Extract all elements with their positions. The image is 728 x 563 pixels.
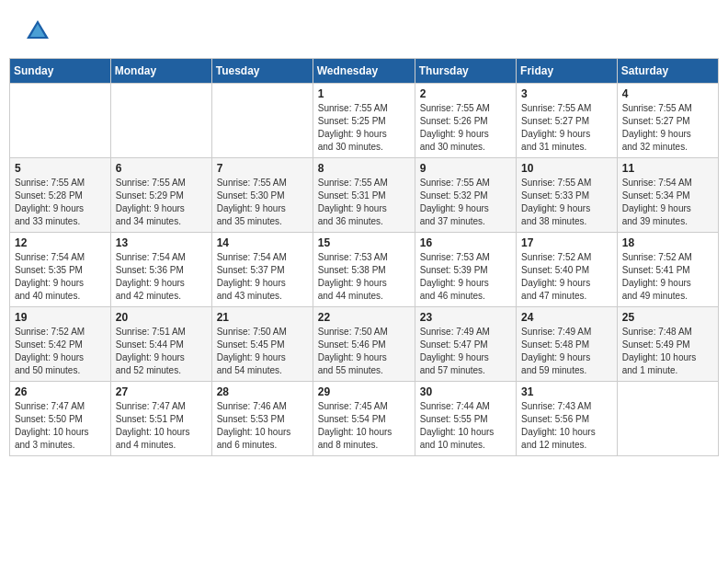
calendar-day-21: 21Sunrise: 7:50 AM Sunset: 5:45 PM Dayli… [211, 307, 313, 382]
day-info: Sunrise: 7:50 AM Sunset: 5:45 PM Dayligh… [217, 326, 308, 377]
day-header-wednesday: Wednesday [313, 59, 415, 84]
calendar-week-row: 19Sunrise: 7:52 AM Sunset: 5:42 PM Dayli… [10, 307, 719, 382]
day-info: Sunrise: 7:55 AM Sunset: 5:31 PM Dayligh… [318, 177, 410, 228]
day-info: Sunrise: 7:50 AM Sunset: 5:46 PM Dayligh… [318, 326, 410, 377]
day-number: 11 [622, 162, 713, 175]
day-number: 5 [15, 162, 106, 175]
day-number: 19 [15, 311, 106, 324]
day-number: 17 [521, 236, 612, 249]
calendar-day-26: 26Sunrise: 7:47 AM Sunset: 5:50 PM Dayli… [10, 382, 111, 456]
calendar-day-1: 1Sunrise: 7:55 AM Sunset: 5:25 PM Daylig… [313, 84, 415, 158]
calendar-day-4: 4Sunrise: 7:55 AM Sunset: 5:27 PM Daylig… [617, 84, 718, 158]
calendar-day-6: 6Sunrise: 7:55 AM Sunset: 5:29 PM Daylig… [110, 158, 211, 233]
calendar-empty-cell [211, 84, 313, 158]
calendar-day-19: 19Sunrise: 7:52 AM Sunset: 5:42 PM Dayli… [10, 307, 111, 382]
calendar-week-row: 12Sunrise: 7:54 AM Sunset: 5:35 PM Dayli… [10, 233, 719, 307]
calendar-day-12: 12Sunrise: 7:54 AM Sunset: 5:35 PM Dayli… [10, 233, 111, 307]
calendar-day-8: 8Sunrise: 7:55 AM Sunset: 5:31 PM Daylig… [313, 158, 415, 233]
calendar-week-row: 5Sunrise: 7:55 AM Sunset: 5:28 PM Daylig… [10, 158, 719, 233]
day-info: Sunrise: 7:47 AM Sunset: 5:50 PM Dayligh… [15, 400, 106, 452]
day-info: Sunrise: 7:55 AM Sunset: 5:30 PM Dayligh… [217, 177, 308, 228]
calendar-empty-cell [110, 84, 211, 158]
day-info: Sunrise: 7:52 AM Sunset: 5:42 PM Dayligh… [15, 326, 106, 377]
day-number: 29 [318, 385, 410, 398]
day-number: 18 [622, 236, 713, 249]
day-number: 22 [318, 311, 410, 324]
calendar-day-11: 11Sunrise: 7:54 AM Sunset: 5:34 PM Dayli… [617, 158, 718, 233]
calendar-day-13: 13Sunrise: 7:54 AM Sunset: 5:36 PM Dayli… [110, 233, 211, 307]
day-info: Sunrise: 7:44 AM Sunset: 5:55 PM Dayligh… [420, 400, 511, 452]
day-header-tuesday: Tuesday [211, 59, 313, 84]
day-info: Sunrise: 7:55 AM Sunset: 5:26 PM Dayligh… [420, 102, 511, 154]
calendar-empty-cell [10, 84, 111, 158]
day-number: 23 [420, 311, 511, 324]
logo [23, 18, 51, 49]
calendar-day-23: 23Sunrise: 7:49 AM Sunset: 5:47 PM Dayli… [415, 307, 516, 382]
day-info: Sunrise: 7:45 AM Sunset: 5:54 PM Dayligh… [318, 400, 410, 452]
calendar-day-5: 5Sunrise: 7:55 AM Sunset: 5:28 PM Daylig… [10, 158, 111, 233]
calendar-day-20: 20Sunrise: 7:51 AM Sunset: 5:44 PM Dayli… [110, 307, 211, 382]
day-number: 31 [521, 385, 612, 398]
calendar-day-14: 14Sunrise: 7:54 AM Sunset: 5:37 PM Dayli… [211, 233, 313, 307]
day-info: Sunrise: 7:53 AM Sunset: 5:38 PM Dayligh… [318, 251, 410, 303]
calendar-table: SundayMondayTuesdayWednesdayThursdayFrid… [9, 58, 719, 456]
calendar-empty-cell [617, 382, 718, 456]
day-info: Sunrise: 7:55 AM Sunset: 5:28 PM Dayligh… [15, 177, 106, 228]
calendar-day-30: 30Sunrise: 7:44 AM Sunset: 5:55 PM Dayli… [415, 382, 516, 456]
day-number: 30 [420, 385, 511, 398]
logo-icon [25, 18, 51, 44]
day-info: Sunrise: 7:53 AM Sunset: 5:39 PM Dayligh… [420, 251, 511, 303]
calendar-day-24: 24Sunrise: 7:49 AM Sunset: 5:48 PM Dayli… [517, 307, 618, 382]
day-info: Sunrise: 7:54 AM Sunset: 5:37 PM Dayligh… [217, 251, 308, 303]
calendar-day-17: 17Sunrise: 7:52 AM Sunset: 5:40 PM Dayli… [517, 233, 618, 307]
day-header-monday: Monday [110, 59, 211, 84]
day-header-saturday: Saturday [617, 59, 718, 84]
calendar-day-15: 15Sunrise: 7:53 AM Sunset: 5:38 PM Dayli… [313, 233, 415, 307]
day-info: Sunrise: 7:43 AM Sunset: 5:56 PM Dayligh… [521, 400, 612, 452]
day-info: Sunrise: 7:52 AM Sunset: 5:41 PM Dayligh… [622, 251, 713, 303]
day-number: 27 [116, 385, 207, 398]
calendar-day-29: 29Sunrise: 7:45 AM Sunset: 5:54 PM Dayli… [313, 382, 415, 456]
day-number: 6 [116, 162, 207, 175]
calendar-day-3: 3Sunrise: 7:55 AM Sunset: 5:27 PM Daylig… [517, 84, 618, 158]
day-info: Sunrise: 7:51 AM Sunset: 5:44 PM Dayligh… [116, 326, 207, 377]
day-header-sunday: Sunday [10, 59, 111, 84]
day-number: 2 [420, 87, 511, 100]
day-header-thursday: Thursday [415, 59, 516, 84]
day-info: Sunrise: 7:55 AM Sunset: 5:29 PM Dayligh… [116, 177, 207, 228]
day-info: Sunrise: 7:49 AM Sunset: 5:48 PM Dayligh… [521, 326, 612, 377]
day-number: 4 [622, 87, 713, 100]
day-number: 28 [217, 385, 308, 398]
day-info: Sunrise: 7:47 AM Sunset: 5:51 PM Dayligh… [116, 400, 207, 452]
day-info: Sunrise: 7:49 AM Sunset: 5:47 PM Dayligh… [420, 326, 511, 377]
calendar-day-31: 31Sunrise: 7:43 AM Sunset: 5:56 PM Dayli… [517, 382, 618, 456]
calendar-day-27: 27Sunrise: 7:47 AM Sunset: 5:51 PM Dayli… [110, 382, 211, 456]
day-info: Sunrise: 7:55 AM Sunset: 5:25 PM Dayligh… [318, 102, 410, 154]
day-info: Sunrise: 7:52 AM Sunset: 5:40 PM Dayligh… [521, 251, 612, 303]
calendar-day-9: 9Sunrise: 7:55 AM Sunset: 5:32 PM Daylig… [415, 158, 516, 233]
day-number: 24 [521, 311, 612, 324]
day-info: Sunrise: 7:54 AM Sunset: 5:35 PM Dayligh… [15, 251, 106, 303]
calendar-day-7: 7Sunrise: 7:55 AM Sunset: 5:30 PM Daylig… [211, 158, 313, 233]
day-header-friday: Friday [517, 59, 618, 84]
calendar-week-row: 1Sunrise: 7:55 AM Sunset: 5:25 PM Daylig… [10, 84, 719, 158]
day-number: 1 [318, 87, 410, 100]
day-number: 20 [116, 311, 207, 324]
day-number: 9 [420, 162, 511, 175]
day-number: 25 [622, 311, 713, 324]
day-info: Sunrise: 7:55 AM Sunset: 5:27 PM Dayligh… [521, 102, 612, 154]
day-info: Sunrise: 7:54 AM Sunset: 5:34 PM Dayligh… [622, 177, 713, 228]
calendar-day-10: 10Sunrise: 7:55 AM Sunset: 5:33 PM Dayli… [517, 158, 618, 233]
day-info: Sunrise: 7:55 AM Sunset: 5:32 PM Dayligh… [420, 177, 511, 228]
day-number: 12 [15, 236, 106, 249]
day-number: 8 [318, 162, 410, 175]
calendar-header-row: SundayMondayTuesdayWednesdayThursdayFrid… [10, 59, 719, 84]
day-info: Sunrise: 7:48 AM Sunset: 5:49 PM Dayligh… [622, 326, 713, 377]
calendar-day-16: 16Sunrise: 7:53 AM Sunset: 5:39 PM Dayli… [415, 233, 516, 307]
calendar-week-row: 26Sunrise: 7:47 AM Sunset: 5:50 PM Dayli… [10, 382, 719, 456]
day-number: 3 [521, 87, 612, 100]
day-info: Sunrise: 7:46 AM Sunset: 5:53 PM Dayligh… [217, 400, 308, 452]
calendar-day-28: 28Sunrise: 7:46 AM Sunset: 5:53 PM Dayli… [211, 382, 313, 456]
day-number: 10 [521, 162, 612, 175]
day-number: 15 [318, 236, 410, 249]
